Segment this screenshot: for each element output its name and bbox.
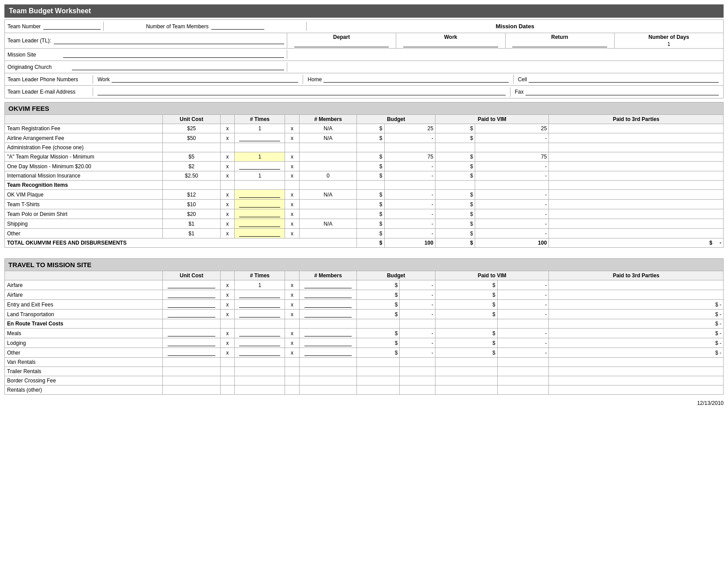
email-input[interactable]	[98, 89, 506, 95]
okvim-third-3	[549, 152, 724, 162]
travel-members-input-6[interactable]	[304, 340, 352, 346]
travel-unit-10	[163, 376, 220, 385]
okvim-times-input-1[interactable]	[239, 135, 280, 141]
travel-unit-3[interactable]	[163, 310, 220, 319]
okvim-x1-2	[220, 143, 235, 152]
okvim-times-8[interactable]	[235, 200, 285, 209]
okvim-x2-9: x	[285, 209, 300, 219]
okvim-total-budget-dollar: $	[357, 238, 384, 248]
travel-members-input-1[interactable]	[304, 291, 352, 298]
okvim-x1-3: x	[220, 152, 235, 162]
okvim-third-9	[549, 209, 724, 219]
travel-unit-0[interactable]	[163, 280, 220, 290]
travel-unit-1[interactable]	[163, 290, 220, 300]
mission-dates-label: Mission Dates	[495, 23, 534, 30]
phone-numbers-label: Team Leader Phone Numbers	[8, 76, 78, 83]
travel-unit-input-3[interactable]	[168, 311, 215, 317]
travel-members-5[interactable]	[299, 329, 356, 338]
travel-unit-input-0[interactable]	[168, 282, 215, 288]
okvim-times-4[interactable]	[235, 162, 285, 171]
travel-unit-input-5[interactable]	[168, 330, 215, 336]
travel-times-input-2[interactable]	[239, 301, 280, 308]
okvim-budget-dollar-6	[357, 181, 384, 190]
travel-third-9	[549, 367, 724, 376]
team-members-input[interactable]	[211, 23, 264, 30]
okvim-row-label-3: "A" Team Regular Mission - Minimum	[5, 152, 163, 162]
travel-unit-6[interactable]	[163, 338, 220, 348]
travel-times-input-3[interactable]	[239, 311, 280, 317]
travel-times-10	[235, 376, 285, 385]
okvim-budget-dollar-4: $	[357, 162, 384, 171]
travel-members-6[interactable]	[299, 338, 356, 348]
okvim-times-input-9[interactable]	[239, 211, 280, 217]
okvim-x2-8: x	[285, 200, 300, 209]
travel-members-0[interactable]	[299, 280, 356, 290]
travel-members-input-2[interactable]	[304, 301, 352, 308]
travel-row-label-2: Entry and Exit Fees	[5, 300, 163, 310]
travel-unit-7[interactable]	[163, 348, 220, 358]
okvim-times-input-10[interactable]	[239, 220, 280, 227]
travel-members-11	[299, 385, 356, 395]
travel-vim-dollar-3: $	[435, 310, 498, 319]
travel-times-input-6[interactable]	[239, 340, 280, 346]
home-phone-input[interactable]	[323, 76, 508, 83]
okvim-times-input-7[interactable]	[239, 191, 280, 198]
travel-vim-0: -	[497, 280, 549, 290]
okvim-times-input-11[interactable]	[239, 230, 280, 237]
okvim-x2-3: x	[285, 152, 300, 162]
okvim-vim-4: -	[475, 162, 549, 171]
okvim-times-10[interactable]	[235, 219, 285, 229]
okvim-times-1[interactable]	[235, 133, 285, 143]
okvim-unit-8: $10	[163, 200, 220, 209]
okvim-vim-dollar-10: $	[435, 219, 475, 229]
travel-times-8	[235, 358, 285, 367]
originating-church-input[interactable]	[72, 64, 284, 70]
travel-vim-1: -	[497, 290, 549, 300]
travel-third-0	[549, 280, 724, 290]
team-leader-input[interactable]	[54, 38, 284, 44]
travel-members-input-0[interactable]	[304, 282, 352, 288]
travel-unit-2[interactable]	[163, 300, 220, 310]
okvim-third-1	[549, 133, 724, 143]
okvim-vim-7: -	[475, 190, 549, 200]
travel-times-input-1[interactable]	[239, 291, 280, 298]
fax-input[interactable]	[525, 89, 719, 95]
travel-members-2[interactable]	[299, 300, 356, 310]
okvim-times-9[interactable]	[235, 209, 285, 219]
travel-members-input-5[interactable]	[304, 330, 352, 336]
travel-times-input-5[interactable]	[239, 330, 280, 336]
travel-unit-input-7[interactable]	[168, 349, 215, 356]
work-phone-input[interactable]	[112, 76, 299, 83]
travel-unit-input-6[interactable]	[168, 340, 215, 346]
okvim-times-11[interactable]	[235, 229, 285, 238]
travel-members-7[interactable]	[299, 348, 356, 358]
travel-members-3[interactable]	[299, 310, 356, 319]
mission-site-input[interactable]	[63, 51, 284, 58]
okvim-budget-2	[384, 143, 435, 152]
travel-row-label-1: Airfare	[5, 290, 163, 300]
travel-unit-input-2[interactable]	[168, 301, 215, 308]
travel-members-1[interactable]	[299, 290, 356, 300]
travel-budget-5: -	[400, 329, 435, 338]
travel-times-input-7[interactable]	[239, 349, 280, 356]
cell-phone-input[interactable]	[529, 76, 719, 83]
okvim-budget-0: 25	[384, 124, 435, 133]
okvim-times-7[interactable]	[235, 190, 285, 200]
okvim-times-input-4[interactable]	[239, 163, 280, 170]
okvim-x2-0: x	[285, 124, 300, 133]
travel-unit-5[interactable]	[163, 329, 220, 338]
okvim-budget-dollar-0: $	[357, 124, 384, 133]
travel-members-input-7[interactable]	[304, 349, 352, 356]
travel-unit-input-1[interactable]	[168, 291, 215, 298]
travel-members-input-3[interactable]	[304, 311, 352, 317]
okvim-x1-7: x	[220, 190, 235, 200]
travel-x2-0: x	[285, 280, 300, 290]
okvim-times-input-8[interactable]	[239, 201, 280, 208]
travel-members-9	[299, 367, 356, 376]
okvim-budget-6	[384, 181, 435, 190]
okvim-total-budget-value: 100	[384, 238, 435, 248]
travel-third-10	[549, 376, 724, 385]
okvim-budget-5: -	[384, 171, 435, 181]
travel-budget-dollar-7: $	[357, 348, 400, 358]
team-number-input[interactable]	[43, 23, 101, 30]
